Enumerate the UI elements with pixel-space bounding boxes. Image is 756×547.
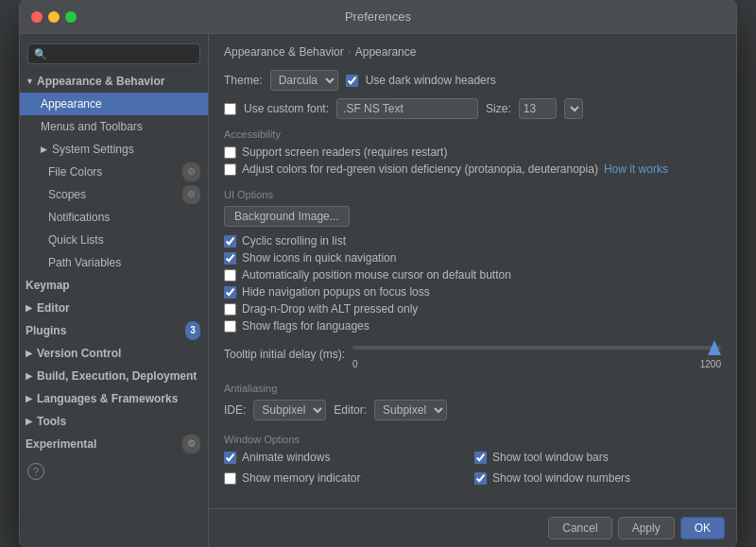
theme-select[interactable]: Darcula — [270, 70, 338, 91]
expand-icon: ▶ — [26, 344, 33, 363]
show-flags-row: Show flags for languages — [224, 319, 721, 333]
expand-icon: ▶ — [26, 299, 33, 317]
cyclic-scroll-row: Cyclic scrolling in list — [224, 234, 721, 248]
editor-select[interactable]: Subpixel — [374, 400, 447, 420]
cyclic-scroll-label: Cyclic scrolling in list — [242, 234, 346, 248]
theme-row: Theme: Darcula Use dark window headers — [224, 70, 721, 91]
sidebar-item-appearance[interactable]: Appearance — [20, 93, 208, 115]
animate-label: Animate windows — [242, 451, 330, 464]
adjust-colors-row: Adjust colors for red-green vision defic… — [224, 162, 721, 176]
sidebar-label: Scopes — [48, 185, 86, 204]
sidebar-item-path-variables[interactable]: Path Variables — [20, 251, 208, 274]
sidebar-label: Menus and Toolbars — [41, 117, 143, 136]
show-tool-bars-checkbox[interactable] — [474, 452, 487, 464]
sidebar-item-keymap[interactable]: Keymap — [20, 274, 208, 297]
sidebar-label: Editor — [37, 299, 70, 317]
antialiasing-section: Antialiasing IDE: Subpixel Editor: Subpi… — [224, 383, 721, 420]
sidebar-label: Appearance & Behavior — [37, 72, 164, 91]
adjust-colors-checkbox[interactable] — [224, 163, 236, 176]
sidebar-item-experimental[interactable]: Experimental ⚙ — [20, 433, 208, 455]
theme-label: Theme: — [224, 74, 263, 87]
badge: ⚙ — [182, 435, 200, 453]
bg-image-button[interactable]: Background Image... — [224, 206, 350, 227]
breadcrumb-part1: Appearance & Behavior — [224, 45, 344, 59]
expand-icon: ▶ — [26, 389, 33, 408]
sidebar-search[interactable]: 🔍 — [27, 43, 200, 64]
sidebar-item-version-control[interactable]: ▶ Version Control — [20, 342, 208, 365]
auto-position-row: Automatically position mouse cursor on d… — [224, 268, 721, 282]
cyclic-scroll-checkbox[interactable] — [224, 235, 236, 248]
sidebar-item-appearance-behavior[interactable]: ▼ Appearance & Behavior — [20, 70, 208, 93]
expand-icon: ▶ — [41, 140, 48, 159]
hide-nav-row: Hide navigation popups on focus loss — [224, 285, 721, 299]
accessibility-label: Accessibility — [224, 128, 721, 140]
breadcrumb: Appearance & Behavior › Appearance — [224, 45, 721, 59]
window-title: Preferences — [345, 9, 411, 24]
sidebar-item-editor[interactable]: ▶ Editor — [20, 297, 208, 319]
screen-readers-label: Support screen readers (requires restart… — [242, 145, 447, 159]
sidebar-item-menus-toolbars[interactable]: Menus and Toolbars — [20, 115, 208, 138]
minimize-button[interactable] — [48, 11, 60, 23]
show-flags-checkbox[interactable] — [224, 320, 236, 333]
sidebar-item-plugins[interactable]: Plugins 3 — [20, 319, 208, 342]
breadcrumb-part2: Appearance — [355, 45, 417, 59]
sidebar-label: Version Control — [37, 344, 121, 363]
auto-position-checkbox[interactable] — [224, 269, 236, 282]
ide-select[interactable]: Subpixel — [253, 400, 326, 420]
maximize-button[interactable] — [65, 11, 77, 23]
hide-nav-checkbox[interactable] — [224, 286, 236, 299]
main-wrapper: Appearance & Behavior › Appearance Theme… — [209, 34, 736, 547]
breadcrumb-sep: › — [348, 45, 352, 59]
sidebar-item-scopes[interactable]: Scopes ⚙ — [20, 183, 208, 206]
drag-drop-checkbox[interactable] — [224, 303, 236, 316]
sidebar-item-quick-lists[interactable]: Quick Lists — [20, 229, 208, 251]
expand-icon: ▼ — [26, 72, 33, 91]
editor-aa-label: Editor: — [334, 403, 367, 417]
ui-options-section: UI Options Background Image... Cyclic sc… — [224, 189, 721, 369]
cancel-button[interactable]: Cancel — [548, 517, 611, 539]
sidebar-label: Keymap — [26, 276, 70, 295]
sidebar-item-file-colors[interactable]: File Colors ⚙ — [20, 161, 208, 183]
sidebar-label: Appearance — [41, 94, 102, 113]
sidebar-item-languages[interactable]: ▶ Languages & Frameworks — [20, 387, 208, 410]
ui-options-label: UI Options — [224, 189, 721, 200]
custom-font-checkbox[interactable] — [224, 103, 236, 115]
show-memory-checkbox[interactable] — [224, 472, 236, 485]
tooltip-max: 1200 — [700, 359, 721, 369]
window-options-label: Window Options — [224, 434, 721, 445]
sidebar-label: Build, Execution, Deployment — [37, 367, 197, 385]
font-field[interactable] — [336, 98, 478, 119]
show-tool-bars-row: Show tool window bars — [474, 451, 721, 464]
help-button[interactable]: ? — [27, 463, 44, 480]
size-unit-select[interactable] — [564, 98, 583, 119]
show-memory-label: Show memory indicator — [242, 471, 360, 485]
title-bar: Preferences — [20, 0, 736, 34]
close-button[interactable] — [31, 11, 43, 23]
animate-checkbox[interactable] — [224, 452, 236, 464]
sidebar-label: Path Variables — [48, 253, 121, 272]
show-tool-numbers-row: Show tool window numbers — [474, 471, 721, 485]
show-tool-numbers-checkbox[interactable] — [474, 472, 487, 485]
traffic-lights — [31, 11, 77, 23]
sidebar-item-system-settings[interactable]: ▶ System Settings — [20, 138, 208, 161]
apply-button[interactable]: Apply — [618, 517, 675, 539]
how-it-works-link[interactable]: How it works — [604, 162, 668, 176]
badge: ⚙ — [182, 185, 200, 204]
hide-nav-label: Hide navigation popups on focus loss — [242, 285, 430, 299]
dark-headers-label: Use dark window headers — [366, 74, 496, 87]
ok-button[interactable]: OK — [680, 517, 725, 539]
dark-headers-checkbox[interactable] — [346, 75, 358, 87]
size-input[interactable] — [519, 98, 557, 119]
show-icons-checkbox[interactable] — [224, 252, 236, 265]
sidebar-item-build[interactable]: ▶ Build, Execution, Deployment — [20, 365, 208, 387]
accessibility-section: Accessibility Support screen readers (re… — [224, 128, 721, 176]
sidebar-item-notifications[interactable]: Notifications — [20, 206, 208, 229]
antialiasing-row: IDE: Subpixel Editor: Subpixel — [224, 400, 721, 420]
show-icons-label: Show icons in quick navigation — [242, 251, 396, 265]
sidebar-label: File Colors — [48, 162, 102, 181]
sidebar-item-tools[interactable]: ▶ Tools — [20, 410, 208, 433]
screen-readers-checkbox[interactable] — [224, 146, 236, 159]
show-tool-numbers-label: Show tool window numbers — [492, 471, 630, 485]
tooltip-label: Tooltip initial delay (ms): — [224, 348, 345, 361]
badge: ⚙ — [182, 162, 200, 181]
